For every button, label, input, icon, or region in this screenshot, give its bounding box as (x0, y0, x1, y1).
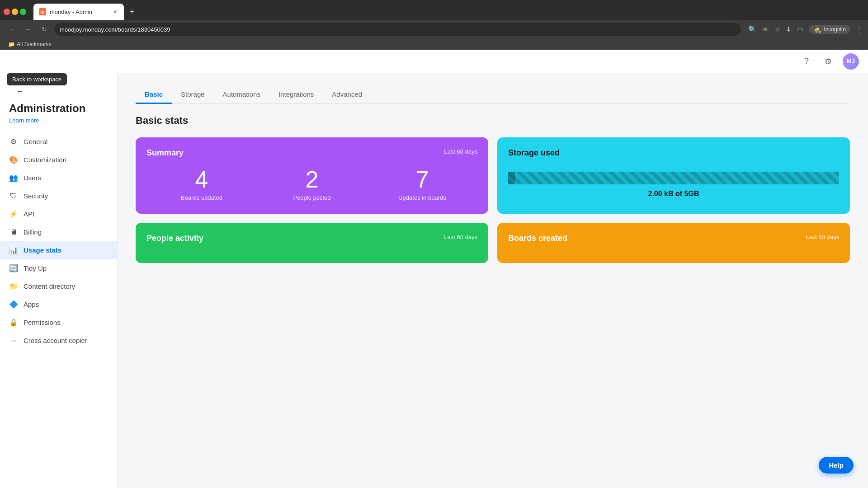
api-icon: ⚡ (9, 210, 18, 219)
search-icon[interactable]: 🔍 (748, 25, 757, 33)
security-icon: 🛡 (9, 192, 18, 201)
summary-card: Summary Last 60 days 4 Boards updated 2 … (136, 137, 488, 214)
stat-value-item: 4 Boards updated (146, 167, 257, 201)
billing-label: Billing (24, 228, 42, 236)
storage-container: 2.00 kB of 5GB (508, 167, 839, 203)
customization-icon: 🎨 (9, 155, 18, 164)
sidebar-item-apps[interactable]: 🔷 Apps (0, 296, 117, 314)
lens-icon[interactable]: 👁 (762, 26, 769, 33)
bookmarks-label: All Bookmarks (17, 41, 52, 47)
summary-card-period: Last 60 days (444, 148, 477, 155)
permissions-label: Permissions (24, 319, 61, 326)
stat-value-item: 7 Updates in boards (367, 167, 477, 201)
help-button[interactable]: Help (819, 457, 854, 474)
sidebar-item-security[interactable]: 🛡 Security (0, 187, 117, 205)
boards-created-title: Boards created (508, 234, 567, 243)
boards-created-header: Boards created Last 60 days (508, 234, 839, 243)
incognito-label: Incognito (824, 26, 846, 33)
cross-account-copier-label: Cross account copier (24, 337, 87, 344)
sidebar-item-general[interactable]: ⚙ General (0, 133, 117, 151)
stat-value-item: 2 People posted (257, 167, 367, 201)
tab-close-btn[interactable]: ✕ (111, 8, 118, 15)
tab-basic[interactable]: Basic (136, 86, 172, 104)
new-tab-button[interactable]: + (126, 5, 138, 18)
settings-icon[interactable]: ⚙ (821, 54, 835, 69)
usage-stats-icon: 📊 (9, 246, 18, 255)
close-window-btn[interactable] (4, 9, 10, 15)
reload-btn[interactable]: ↻ (38, 23, 51, 36)
browser-tab[interactable]: m monday - Admin ✕ (33, 4, 124, 20)
boards-created-card: Boards created Last 60 days (497, 223, 850, 263)
back-to-workspace-tooltip: Back to workspace (7, 73, 67, 85)
tab-advanced[interactable]: Advanced (323, 86, 371, 104)
top-bar: ? ⚙ MJ (0, 50, 868, 73)
permissions-icon: 🔒 (9, 318, 18, 327)
maximize-window-btn[interactable] (20, 9, 26, 15)
apps-label: Apps (24, 300, 39, 308)
people-activity-header: People activity Last 60 days (146, 234, 477, 243)
people-activity-title: People activity (146, 234, 203, 243)
boards-created-period: Last 60 days (806, 234, 839, 240)
tab-storage[interactable]: Storage (172, 86, 214, 104)
tab-automations[interactable]: Automations (214, 86, 269, 104)
users-icon: 👥 (9, 174, 18, 183)
tab-favicon: m (39, 8, 46, 15)
sidebar-item-content-directory[interactable]: 📁 Content directory (0, 277, 117, 296)
back-nav-btn[interactable]: ← (5, 23, 18, 36)
general-label: General (24, 138, 47, 145)
summary-values: 4 Boards updated 2 People posted 7 Updat… (146, 167, 477, 201)
api-label: API (24, 210, 34, 218)
sidebar: ← Back to workspace Administration Learn… (0, 50, 118, 488)
storage-card: Storage used 2.00 kB of 5GB (497, 137, 850, 214)
address-bar-input[interactable] (54, 23, 741, 36)
sidebar-item-cross-account-copier[interactable]: ↔ Cross account copier (0, 332, 117, 350)
sidebar-nav: ⚙ General 🎨 Customization 👥 Users 🛡 Secu… (0, 133, 117, 488)
app-layout: ← Back to workspace Administration Learn… (0, 50, 868, 488)
storage-text: 2.00 kB of 5GB (648, 190, 699, 198)
sidebar-item-usage-stats[interactable]: 📊 Usage stats (0, 241, 117, 259)
sidebar-item-users[interactable]: 👥 Users (0, 169, 117, 187)
page-title: Basic stats (136, 115, 850, 127)
help-icon[interactable]: ? (799, 54, 814, 69)
sidebar-back-button[interactable]: ← (13, 84, 27, 99)
download-icon[interactable]: ⬇ (786, 25, 792, 33)
customization-label: Customization (24, 156, 66, 164)
sidebar-item-billing[interactable]: 🖥 Billing (0, 223, 117, 241)
user-avatar[interactable]: MJ (843, 53, 859, 70)
usage-stats-label: Usage stats (24, 246, 61, 254)
summary-card-title: Summary (146, 148, 184, 158)
stats-grid: Summary Last 60 days 4 Boards updated 2 … (136, 137, 850, 263)
forward-nav-btn[interactable]: → (22, 23, 34, 36)
tab-title: monday - Admin (50, 9, 108, 15)
billing-icon: 🖥 (9, 228, 18, 237)
menu-icon[interactable]: ⋮ (856, 25, 863, 33)
tidy-up-label: Tidy Up (24, 264, 47, 272)
sidebar-item-permissions[interactable]: 🔒 Permissions (0, 314, 117, 332)
storage-bar-fill (508, 172, 515, 184)
bookmarks-bar-item[interactable]: 📁 All Bookmarks (5, 41, 54, 47)
security-label: Security (24, 192, 48, 200)
sidebar-item-customization[interactable]: 🎨 Customization (0, 151, 117, 169)
storage-bar (508, 172, 839, 184)
apps-icon: 🔷 (9, 300, 18, 309)
tabs-bar: BasicStorageAutomationsIntegrationsAdvan… (136, 86, 850, 104)
minimize-window-btn[interactable] (12, 9, 18, 15)
sidebar-header: Administration Learn more (0, 99, 117, 126)
sidebar-item-tidy-up[interactable]: 🔄 Tidy Up (0, 259, 117, 277)
sidebar-item-api[interactable]: ⚡ API (0, 205, 117, 223)
sidebar-toggle-icon[interactable]: ▭ (797, 25, 803, 33)
general-icon: ⚙ (9, 137, 18, 146)
learn-more-link[interactable]: Learn more (9, 117, 108, 124)
storage-card-title: Storage used (508, 148, 560, 158)
content-directory-icon: 📁 (9, 282, 18, 291)
main-content: BasicStorageAutomationsIntegrationsAdvan… (118, 50, 868, 488)
summary-card-header: Summary Last 60 days (146, 148, 477, 158)
cross-account-copier-icon: ↔ (9, 336, 18, 345)
users-label: Users (24, 174, 41, 182)
content-directory-label: Content directory (24, 282, 75, 290)
people-activity-card: People activity Last 60 days (136, 223, 488, 263)
people-activity-period: Last 60 days (444, 234, 477, 240)
tab-integrations[interactable]: Integrations (269, 86, 323, 104)
tidy-up-icon: 🔄 (9, 264, 18, 273)
favorite-icon[interactable]: ☆ (774, 25, 780, 33)
